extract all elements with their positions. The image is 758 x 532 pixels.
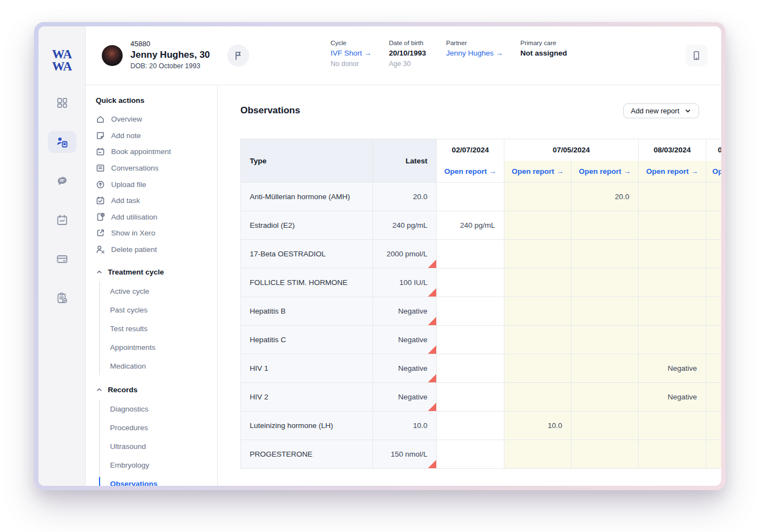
result-cell [437, 240, 504, 268]
result-cell [437, 297, 504, 326]
open-report-link[interactable]: Open report → [706, 161, 721, 183]
flag-button[interactable] [227, 45, 249, 67]
content-column: 45880 Jenny Hughes, 30 DOB: 20 October 1… [86, 26, 721, 486]
calendar-icon [96, 147, 105, 156]
result-cell [504, 268, 572, 297]
result-cell [639, 268, 706, 297]
observation-type: Luteinizing hormone (LH) [241, 412, 373, 440]
section-header-records[interactable]: Records [96, 384, 217, 395]
add-new-report-button[interactable]: Add new report [623, 103, 699, 118]
observation-type: HIV 2 [241, 383, 373, 412]
section-items: Active cycle Past cycles Test results Ap… [99, 282, 217, 375]
result-cell [639, 240, 706, 268]
sidebar-item-active-cycle[interactable]: Active cycle [110, 282, 217, 300]
upload-icon [96, 180, 105, 189]
tasks-clipboard-icon[interactable] [48, 287, 76, 309]
sidebar-item-add-utilisation[interactable]: Add utilisation [96, 209, 217, 226]
result-cell [504, 326, 572, 354]
sidebar-item-label: Add task [111, 196, 140, 205]
abnormal-corner-flag [428, 317, 436, 325]
result-cell [639, 297, 706, 326]
brand-logo-line2: WA [52, 61, 72, 73]
result-cell [504, 211, 572, 240]
phone-button[interactable] [685, 45, 707, 67]
result-cell [504, 383, 572, 412]
patient-name: Jenny Hughes, 30 [130, 50, 210, 61]
latest-value: 100 IU/L [373, 268, 437, 297]
dashboard-icon[interactable] [48, 92, 76, 114]
sidebar-item-test-results[interactable]: Test results [110, 319, 217, 338]
chevron-up-icon [96, 386, 103, 393]
sidebar-item-upload-file[interactable]: Upload file [96, 176, 217, 193]
sidebar-item-show-in-xero[interactable]: Show in Xero [96, 225, 217, 242]
body-row: Quick actions Overview Add note Book app… [86, 85, 721, 486]
result-cell [572, 412, 639, 440]
field-sub: No donor [331, 60, 371, 68]
sidebar-item-add-note[interactable]: Add note [96, 128, 217, 144]
sidebar-item-add-task[interactable]: Add task [96, 193, 217, 209]
latest-value-text: Negative [398, 393, 427, 401]
open-report-link[interactable]: Open report → [437, 161, 504, 183]
section-header-treatment-cycle[interactable]: Treatment cycle [96, 266, 217, 277]
sidebar-item-label: Conversations [111, 164, 158, 172]
sidebar-item-appointments[interactable]: Appointments [110, 338, 217, 357]
open-report-link[interactable]: Open report → [639, 161, 706, 183]
column-header-date: 08/03/2024 [639, 139, 706, 161]
open-report-link[interactable]: Open report → [572, 161, 639, 183]
observation-type: PROGESTERONE [241, 440, 373, 469]
observation-type: HIV 1 [241, 354, 373, 383]
result-cell [572, 326, 639, 354]
result-cell: 20.0 [572, 183, 639, 211]
patient-id: 45880 [130, 40, 210, 48]
calendar-rail-icon[interactable] [48, 209, 76, 231]
table-row: Hepatitis B Negative [241, 297, 722, 326]
result-cell [639, 412, 706, 440]
latest-value-text: Negative [398, 336, 427, 344]
sidebar-item-delete-patient[interactable]: Delete patient [96, 242, 217, 258]
latest-value: Negative [373, 326, 437, 354]
partner-link[interactable]: Jenny Hughes → [446, 49, 503, 57]
abnormal-corner-flag [428, 288, 436, 297]
column-header-date: 07/05/2024 [504, 139, 639, 161]
sidebar-item-label: Upload file [111, 180, 146, 189]
sidebar-nav: Quick actions Overview Add note Book app… [86, 85, 218, 486]
sidebar-item-conversations[interactable]: Conversations [96, 160, 217, 177]
result-cell [572, 383, 639, 412]
sidebar-item-embryology[interactable]: Embryology [110, 456, 217, 474]
note-icon [96, 131, 105, 140]
table-row: Anti-Müllerian hormone (AMH) 20.0 20.0 [241, 183, 722, 211]
patient-records-icon[interactable] [48, 131, 76, 153]
header-field-primary-care: Primary care Not assigned [520, 40, 567, 57]
sidebar-item-observations[interactable]: Observations [110, 474, 217, 486]
rail-icons [48, 92, 76, 309]
open-report-link[interactable]: Open report → [504, 161, 572, 183]
result-cell [504, 240, 572, 268]
abnormal-corner-flag [428, 345, 436, 354]
sidebar-item-book-appointment[interactable]: Book appointment [96, 144, 217, 160]
table-row: Hepatitis C Negative [241, 326, 722, 354]
result-cell [437, 183, 504, 211]
sidebar-item-medication[interactable]: Medication [110, 357, 217, 375]
patient-dob: DOB: 20 October 1993 [130, 62, 210, 70]
result-cell [504, 297, 572, 326]
sidebar-item-ultrasound[interactable]: Ultrasound [110, 437, 217, 456]
sidebar-item-procedures[interactable]: Procedures [110, 418, 217, 437]
column-header-date: 02/07/2024 [437, 139, 504, 161]
result-cell [437, 383, 504, 412]
sidebar-item-past-cycles[interactable]: Past cycles [110, 300, 217, 319]
messages-icon[interactable] [48, 170, 76, 192]
sidebar-item-diagnostics[interactable]: Diagnostics [110, 399, 217, 418]
latest-value: 2000 pmol/L [373, 240, 437, 268]
utilisation-icon [96, 212, 105, 222]
brand-logo-line1: WA [52, 48, 72, 61]
result-cell [706, 354, 721, 383]
main-header: Observations Add new report [240, 103, 721, 118]
sidebar-item-overview[interactable]: Overview [96, 111, 217, 128]
field-label: Partner [446, 40, 503, 46]
app-frame: WA WA [39, 26, 721, 486]
cycle-link[interactable]: IVF Short → [331, 49, 371, 57]
latest-value: Negative [373, 297, 437, 326]
table-row: Estradiol (E2) 240 pg/mL 240 pg/mL [241, 211, 722, 240]
result-cell [706, 383, 721, 412]
billing-icon[interactable] [48, 248, 76, 270]
